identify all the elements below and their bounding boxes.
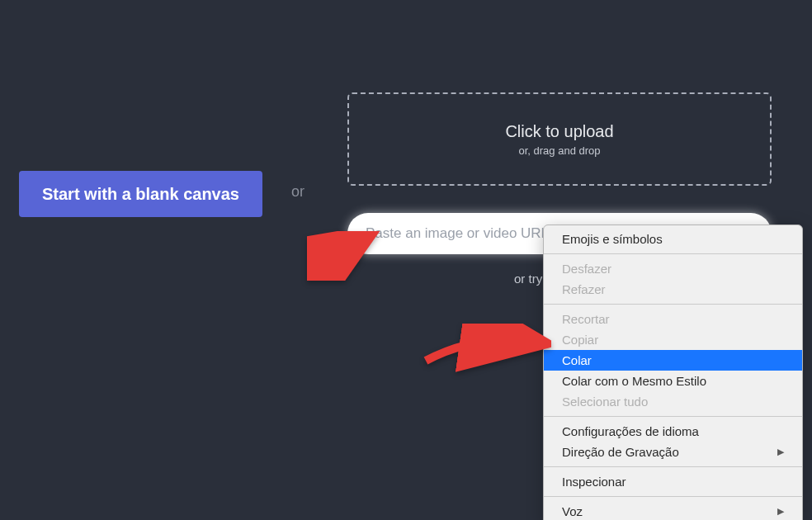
- or-divider-text: or: [291, 183, 304, 201]
- menu-separator: [544, 253, 802, 254]
- menu-item-colar[interactable]: Colar: [544, 350, 802, 371]
- menu-item-desfazer: Desfazer: [544, 258, 802, 279]
- menu-item-refazer: Refazer: [544, 279, 802, 300]
- menu-item-inspecionar[interactable]: Inspecionar: [544, 471, 802, 492]
- menu-item-selecionar: Selecionar tudo: [544, 391, 802, 412]
- menu-item-recortar: Recortar: [544, 309, 802, 329]
- or-try-text: or try: [514, 272, 542, 286]
- menu-item-colar-estilo[interactable]: Colar com o Mesmo Estilo: [544, 371, 802, 391]
- upload-dropzone[interactable]: Click to upload or, drag and drop: [347, 92, 772, 186]
- submenu-arrow-icon: ▶: [777, 506, 784, 517]
- menu-separator: [544, 466, 802, 467]
- menu-item-direcao[interactable]: Direção de Gravação ▶: [544, 442, 802, 462]
- menu-separator: [544, 496, 802, 497]
- upload-subtitle: or, drag and drop: [518, 144, 600, 157]
- menu-separator: [544, 304, 802, 305]
- menu-item-emojis[interactable]: Emojis e símbolos: [544, 229, 802, 249]
- submenu-arrow-icon: ▶: [777, 447, 784, 457]
- menu-item-copiar: Copiar: [544, 329, 802, 350]
- menu-item-label: Voz: [562, 504, 583, 518]
- annotation-arrow-colar: [419, 324, 551, 376]
- menu-separator: [544, 416, 802, 417]
- upload-title: Click to upload: [505, 122, 613, 141]
- blank-canvas-button[interactable]: Start with a blank canvas: [19, 171, 262, 217]
- menu-item-config-idioma[interactable]: Configurações de idioma: [544, 421, 802, 442]
- menu-item-voz[interactable]: Voz ▶: [544, 501, 802, 520]
- context-menu: Emojis e símbolos Desfazer Refazer Recor…: [543, 225, 803, 520]
- menu-item-label: Direção de Gravação: [562, 445, 679, 459]
